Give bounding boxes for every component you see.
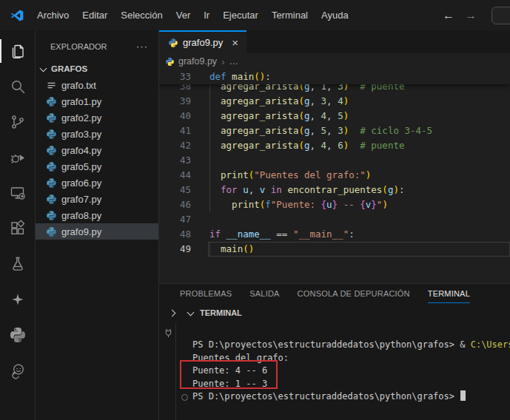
file-name: grafo9.py <box>61 226 101 237</box>
code-token: { <box>321 199 327 210</box>
file-name: grafo7.py <box>61 194 101 205</box>
menu-item-archivo[interactable]: Archivo <box>30 7 76 24</box>
tab-grafo9[interactable]: grafo9.py × <box>159 30 246 53</box>
command-decoration-icon[interactable] <box>181 394 188 401</box>
explorer-icon[interactable] <box>0 33 35 69</box>
remote-explorer-icon[interactable] <box>0 175 35 211</box>
editor-tab-bar: grafo9.py × <box>159 30 510 53</box>
panel-tab-consola-de-depuración[interactable]: CONSOLA DE DEPURACIÓN <box>298 284 410 303</box>
line-number: 42 <box>159 138 191 153</box>
code-line-text: agregar_arista(g, 4, 5) <box>209 109 349 123</box>
search-icon[interactable] <box>0 69 35 104</box>
code-token: , <box>326 110 338 121</box>
file-item-grafo.txt[interactable]: grafo.txt <box>36 77 158 93</box>
forward-arrow-icon[interactable]: → <box>465 10 477 21</box>
code-token: print <box>232 199 260 210</box>
python-file-icon <box>165 57 175 67</box>
file-item-grafo9.py[interactable]: grafo9.py <box>36 223 158 240</box>
panel-tab-salida[interactable]: SALIDA <box>249 284 279 303</box>
folder-section-grafos[interactable]: GRAFOS <box>36 61 158 77</box>
menu-item-ejecutar[interactable]: Ejecutar <box>216 7 265 24</box>
code-token: ) <box>393 184 399 195</box>
code-token: for <box>221 184 238 195</box>
code-token: , <box>309 125 321 136</box>
tab-close-icon[interactable]: × <box>229 36 241 49</box>
code-token: == <box>276 228 287 240</box>
code-token: { <box>360 199 366 210</box>
ai-assistant-icon[interactable] <box>0 353 35 388</box>
panel-tab-terminal[interactable]: TERMINAL <box>428 284 470 303</box>
code-token: , <box>309 95 321 106</box>
editor-area: grafo9.py × grafo9.py › … 38 agregar_ari… <box>159 30 510 283</box>
menu-item-ver[interactable]: Ver <box>170 7 198 24</box>
code-token <box>209 169 221 180</box>
tab-label: grafo9.py <box>183 37 229 48</box>
file-item-grafo2.py[interactable]: grafo2.py <box>36 109 158 126</box>
file-item-grafo7.py[interactable]: grafo7.py <box>36 191 158 207</box>
menu-item-ayuda[interactable]: Ayuda <box>315 7 355 24</box>
back-arrow-icon[interactable]: ← <box>443 10 454 21</box>
code-token <box>209 243 221 254</box>
menu-item-editar[interactable]: Editar <box>76 7 114 24</box>
line-number: 33 <box>159 70 191 84</box>
extensions-icon[interactable] <box>0 211 35 246</box>
code-token: agregar_arista <box>221 95 298 106</box>
menu-item-ir[interactable]: Ir <box>197 7 216 24</box>
chevron-down-icon[interactable] <box>187 308 195 316</box>
command-center-searchbox[interactable] <box>491 7 510 24</box>
code-token: 5 <box>321 125 327 136</box>
code-token: "Puente: <box>271 199 321 210</box>
code-line-text: def main(): <box>209 70 271 84</box>
menu-item-terminal[interactable]: Terminal <box>265 7 315 24</box>
code-token: -- <box>338 199 360 210</box>
file-item-grafo1.py[interactable]: grafo1.py <box>36 93 158 109</box>
file-name: grafo8.py <box>61 210 101 221</box>
code-token: 3 <box>321 95 327 106</box>
code-lines: 38 agregar_arista(g, 1, 3) # puente39 ag… <box>159 70 510 257</box>
code-line-text: agregar_arista(g, 3, 4) <box>209 94 349 109</box>
file-item-grafo3.py[interactable]: grafo3.py <box>36 126 158 142</box>
code-token <box>209 110 221 121</box>
code-token: def <box>209 71 227 82</box>
code-token: : <box>349 228 355 240</box>
menu-item-selección[interactable]: Selección <box>114 7 169 24</box>
file-item-grafo5.py[interactable]: grafo5.py <box>36 158 158 175</box>
bottom-panel: PROBLEMASSALIDACONSOLA DE DEPURACIÓNTERM… <box>159 283 510 420</box>
code-token: , <box>326 95 338 106</box>
code-token <box>209 140 221 151</box>
code-token <box>209 184 221 195</box>
run-and-debug-icon[interactable] <box>0 140 35 175</box>
source-control-icon[interactable] <box>0 104 35 140</box>
terminal-title-row[interactable]: TERMINAL <box>159 303 510 322</box>
panel-tab-bar: PROBLEMASSALIDACONSOLA DE DEPURACIÓNTERM… <box>159 284 510 303</box>
menu-bar: ArchivoEditarSelecciónVerIrEjecutarTermi… <box>30 7 355 24</box>
file-item-grafo6.py[interactable]: grafo6.py <box>36 175 158 191</box>
python-file-icon <box>168 38 178 48</box>
file-name: grafo1.py <box>61 96 101 107</box>
code-token: () <box>243 243 254 254</box>
python-extension-icon[interactable] <box>0 317 35 353</box>
code-token: __name__ <box>227 228 271 240</box>
code-line-41: 41 agregar_arista(g, 5, 3) # ciclo 3-4-5 <box>159 123 510 138</box>
file-name: grafo6.py <box>61 177 101 189</box>
breadcrumb-symbol[interactable]: … <box>229 56 238 67</box>
terminal-line-4: Puente: 1 -- 3 <box>192 378 510 391</box>
explorer-sidebar: EXPLORADOR ··· GRAFOS grafo.txtgrafo1.py… <box>36 30 159 420</box>
panel-tab-problemas[interactable]: PROBLEMAS <box>180 284 232 303</box>
file-item-grafo8.py[interactable]: grafo8.py <box>36 207 158 223</box>
more-actions-icon[interactable]: ··· <box>133 41 151 52</box>
code-token: , <box>326 125 338 136</box>
code-token <box>209 199 232 210</box>
breadcrumb-file[interactable]: grafo9.py <box>178 56 217 67</box>
code-editor[interactable]: 38 agregar_arista(g, 1, 3) # puente39 ag… <box>159 70 510 283</box>
sidebar-title: EXPLORADOR <box>50 42 133 51</box>
sticky-scroll-line[interactable]: 33def main(): <box>159 70 510 84</box>
file-name: grafo5.py <box>61 161 101 172</box>
code-token: ( <box>298 110 304 121</box>
sparkle-assistant-icon[interactable] <box>0 282 35 317</box>
file-item-grafo4.py[interactable]: grafo4.py <box>36 142 158 158</box>
chevron-right-icon[interactable] <box>169 309 176 316</box>
terminal-output[interactable]: PS D:\proyectos\estructuraddedatos\pytho… <box>159 322 510 404</box>
breadcrumb[interactable]: grafo9.py › … <box>159 53 510 70</box>
testing-icon[interactable] <box>0 246 35 282</box>
